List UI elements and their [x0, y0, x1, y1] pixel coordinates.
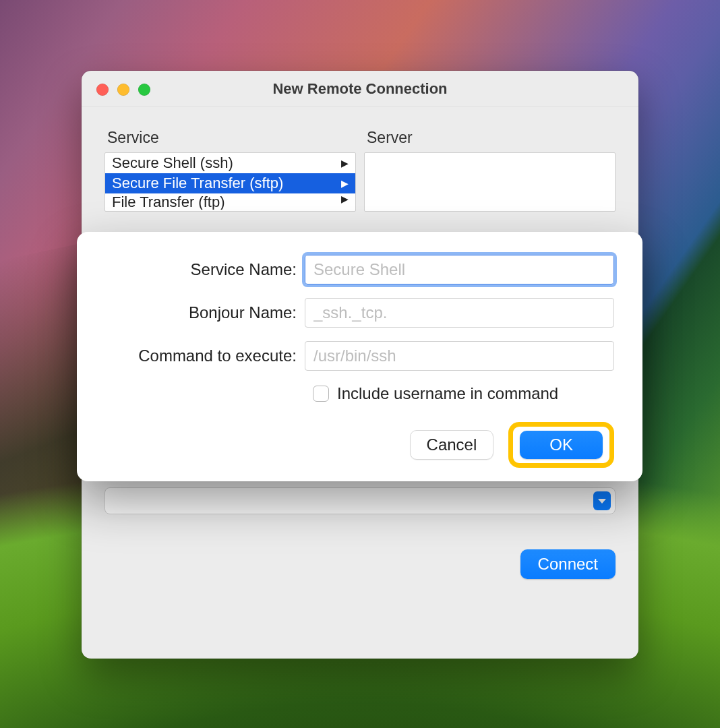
command-dropdown[interactable]	[104, 487, 616, 514]
service-item-label: Secure File Transfer (sftp)	[112, 175, 283, 192]
service-item-label: Secure Shell (ssh)	[112, 154, 233, 172]
bonjour-name-label: Bonjour Name:	[105, 303, 305, 322]
remote-connection-window: New Remote Connection Service Secure She…	[82, 71, 638, 659]
include-username-label: Include username in command	[337, 384, 558, 403]
disclosure-arrow-icon: ▶	[341, 158, 349, 169]
ok-button[interactable]: OK	[520, 431, 603, 459]
window-title: New Remote Connection	[82, 80, 638, 98]
window-controls	[96, 84, 150, 96]
titlebar: New Remote Connection	[82, 71, 638, 107]
chevron-down-icon	[593, 491, 611, 510]
close-icon[interactable]	[96, 84, 109, 96]
connect-button[interactable]: Connect	[520, 549, 616, 579]
include-username-checkbox[interactable]	[313, 386, 329, 402]
service-name-input[interactable]	[305, 255, 614, 284]
service-item-sftp[interactable]: Secure File Transfer (sftp) ▶	[105, 173, 355, 193]
disclosure-arrow-icon: ▶	[341, 193, 349, 204]
bonjour-name-input[interactable]	[305, 298, 614, 328]
server-header: Server	[364, 129, 616, 147]
cancel-button[interactable]: Cancel	[410, 430, 494, 460]
command-input[interactable]	[305, 341, 614, 371]
service-item-ssh[interactable]: Secure Shell (ssh) ▶	[105, 153, 355, 173]
add-service-sheet: Service Name: Bonjour Name: Command to e…	[77, 232, 642, 481]
command-label: Command to execute:	[105, 346, 305, 365]
minimize-icon[interactable]	[117, 84, 129, 96]
service-name-label: Service Name:	[105, 260, 305, 279]
disclosure-arrow-icon: ▶	[341, 178, 349, 189]
service-listbox[interactable]: Secure Shell (ssh) ▶ Secure File Transfe…	[104, 152, 356, 212]
zoom-icon[interactable]	[138, 84, 150, 96]
server-listbox[interactable]	[364, 152, 616, 212]
service-item-ftp[interactable]: File Transfer (ftp) ▶	[105, 193, 355, 210]
service-item-label: File Transfer (ftp)	[112, 193, 224, 210]
service-header: Service	[104, 129, 356, 147]
ok-highlight: OK	[508, 422, 614, 468]
